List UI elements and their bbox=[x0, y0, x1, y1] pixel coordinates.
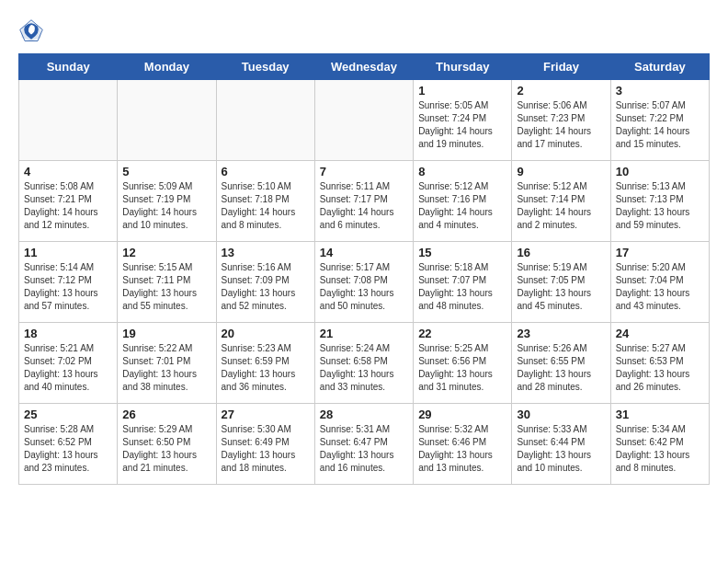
day-number: 5 bbox=[122, 165, 210, 178]
calendar-cell: 25Sunrise: 5:28 AM Sunset: 6:52 PM Dayli… bbox=[19, 404, 118, 485]
col-header-saturday: Saturday bbox=[610, 54, 709, 80]
day-number: 2 bbox=[517, 84, 605, 98]
day-number: 24 bbox=[616, 327, 704, 340]
col-header-monday: Monday bbox=[118, 54, 216, 80]
week-row-1: 1Sunrise: 5:05 AM Sunset: 7:24 PM Daylig… bbox=[19, 80, 710, 161]
calendar-table: SundayMondayTuesdayWednesdayThursdayFrid… bbox=[18, 53, 710, 485]
day-info: Sunrise: 5:17 AM Sunset: 7:08 PM Dayligh… bbox=[320, 261, 408, 313]
day-number: 26 bbox=[122, 408, 210, 421]
calendar-cell: 13Sunrise: 5:16 AM Sunset: 7:09 PM Dayli… bbox=[216, 242, 314, 323]
col-header-sunday: Sunday bbox=[19, 54, 118, 80]
calendar-cell: 6Sunrise: 5:10 AM Sunset: 7:18 PM Daylig… bbox=[216, 161, 314, 242]
calendar-cell: 27Sunrise: 5:30 AM Sunset: 6:49 PM Dayli… bbox=[216, 404, 314, 485]
day-number: 18 bbox=[24, 327, 112, 340]
day-info: Sunrise: 5:16 AM Sunset: 7:09 PM Dayligh… bbox=[222, 261, 310, 313]
calendar-cell: 7Sunrise: 5:11 AM Sunset: 7:17 PM Daylig… bbox=[314, 161, 413, 242]
day-number: 11 bbox=[24, 246, 112, 259]
week-row-5: 25Sunrise: 5:28 AM Sunset: 6:52 PM Dayli… bbox=[19, 404, 710, 485]
day-info: Sunrise: 5:15 AM Sunset: 7:11 PM Dayligh… bbox=[122, 261, 210, 313]
day-info: Sunrise: 5:09 AM Sunset: 7:19 PM Dayligh… bbox=[122, 180, 210, 232]
calendar-cell: 2Sunrise: 5:06 AM Sunset: 7:23 PM Daylig… bbox=[512, 80, 610, 161]
day-number: 9 bbox=[517, 165, 605, 178]
day-info: Sunrise: 5:19 AM Sunset: 7:05 PM Dayligh… bbox=[517, 261, 605, 313]
page-header bbox=[18, 18, 710, 44]
calendar-cell: 8Sunrise: 5:12 AM Sunset: 7:16 PM Daylig… bbox=[414, 161, 512, 242]
day-info: Sunrise: 5:27 AM Sunset: 6:53 PM Dayligh… bbox=[616, 342, 704, 394]
day-info: Sunrise: 5:29 AM Sunset: 6:50 PM Dayligh… bbox=[122, 423, 210, 475]
day-info: Sunrise: 5:30 AM Sunset: 6:49 PM Dayligh… bbox=[222, 423, 310, 475]
day-info: Sunrise: 5:25 AM Sunset: 6:56 PM Dayligh… bbox=[418, 342, 506, 394]
day-info: Sunrise: 5:22 AM Sunset: 7:01 PM Dayligh… bbox=[122, 342, 210, 394]
day-number: 31 bbox=[616, 408, 704, 421]
week-row-2: 4Sunrise: 5:08 AM Sunset: 7:21 PM Daylig… bbox=[19, 161, 710, 242]
calendar-cell: 23Sunrise: 5:26 AM Sunset: 6:55 PM Dayli… bbox=[512, 323, 610, 404]
day-number: 19 bbox=[122, 327, 210, 340]
calendar-cell bbox=[19, 80, 118, 161]
day-info: Sunrise: 5:32 AM Sunset: 6:46 PM Dayligh… bbox=[418, 423, 506, 475]
day-number: 22 bbox=[418, 327, 506, 340]
calendar-cell: 12Sunrise: 5:15 AM Sunset: 7:11 PM Dayli… bbox=[118, 242, 216, 323]
col-header-friday: Friday bbox=[512, 54, 610, 80]
day-number: 23 bbox=[517, 327, 605, 340]
day-info: Sunrise: 5:06 AM Sunset: 7:23 PM Dayligh… bbox=[517, 99, 605, 151]
week-row-4: 18Sunrise: 5:21 AM Sunset: 7:02 PM Dayli… bbox=[19, 323, 710, 404]
calendar-cell: 19Sunrise: 5:22 AM Sunset: 7:01 PM Dayli… bbox=[118, 323, 216, 404]
calendar-cell: 1Sunrise: 5:05 AM Sunset: 7:24 PM Daylig… bbox=[414, 80, 512, 161]
day-number: 4 bbox=[24, 165, 112, 178]
day-number: 21 bbox=[320, 327, 408, 340]
day-info: Sunrise: 5:34 AM Sunset: 6:42 PM Dayligh… bbox=[616, 423, 704, 475]
day-number: 25 bbox=[24, 408, 112, 421]
col-header-thursday: Thursday bbox=[414, 54, 512, 80]
day-number: 3 bbox=[616, 84, 704, 98]
day-info: Sunrise: 5:21 AM Sunset: 7:02 PM Dayligh… bbox=[24, 342, 112, 394]
calendar-cell: 24Sunrise: 5:27 AM Sunset: 6:53 PM Dayli… bbox=[610, 323, 709, 404]
day-info: Sunrise: 5:31 AM Sunset: 6:47 PM Dayligh… bbox=[320, 423, 408, 475]
day-info: Sunrise: 5:11 AM Sunset: 7:17 PM Dayligh… bbox=[320, 180, 408, 232]
calendar-cell: 14Sunrise: 5:17 AM Sunset: 7:08 PM Dayli… bbox=[314, 242, 413, 323]
day-number: 8 bbox=[418, 165, 506, 178]
day-info: Sunrise: 5:13 AM Sunset: 7:13 PM Dayligh… bbox=[616, 180, 704, 232]
logo bbox=[18, 18, 48, 44]
day-info: Sunrise: 5:28 AM Sunset: 6:52 PM Dayligh… bbox=[24, 423, 112, 475]
day-info: Sunrise: 5:12 AM Sunset: 7:14 PM Dayligh… bbox=[517, 180, 605, 232]
calendar-cell: 28Sunrise: 5:31 AM Sunset: 6:47 PM Dayli… bbox=[314, 404, 413, 485]
day-header-row: SundayMondayTuesdayWednesdayThursdayFrid… bbox=[19, 54, 710, 80]
day-number: 30 bbox=[517, 408, 605, 421]
day-info: Sunrise: 5:10 AM Sunset: 7:18 PM Dayligh… bbox=[222, 180, 310, 232]
day-number: 1 bbox=[418, 84, 506, 98]
calendar-cell: 4Sunrise: 5:08 AM Sunset: 7:21 PM Daylig… bbox=[19, 161, 118, 242]
day-info: Sunrise: 5:26 AM Sunset: 6:55 PM Dayligh… bbox=[517, 342, 605, 394]
day-info: Sunrise: 5:05 AM Sunset: 7:24 PM Dayligh… bbox=[418, 99, 506, 151]
calendar-cell bbox=[314, 80, 413, 161]
calendar-cell: 26Sunrise: 5:29 AM Sunset: 6:50 PM Dayli… bbox=[118, 404, 216, 485]
calendar-cell: 9Sunrise: 5:12 AM Sunset: 7:14 PM Daylig… bbox=[512, 161, 610, 242]
day-number: 12 bbox=[122, 246, 210, 259]
calendar-cell: 18Sunrise: 5:21 AM Sunset: 7:02 PM Dayli… bbox=[19, 323, 118, 404]
calendar-cell: 11Sunrise: 5:14 AM Sunset: 7:12 PM Dayli… bbox=[19, 242, 118, 323]
day-number: 28 bbox=[320, 408, 408, 421]
logo-icon bbox=[18, 18, 44, 44]
day-info: Sunrise: 5:08 AM Sunset: 7:21 PM Dayligh… bbox=[24, 180, 112, 232]
day-number: 10 bbox=[616, 165, 704, 178]
calendar-cell: 5Sunrise: 5:09 AM Sunset: 7:19 PM Daylig… bbox=[118, 161, 216, 242]
calendar-cell: 20Sunrise: 5:23 AM Sunset: 6:59 PM Dayli… bbox=[216, 323, 314, 404]
day-info: Sunrise: 5:33 AM Sunset: 6:44 PM Dayligh… bbox=[517, 423, 605, 475]
day-number: 14 bbox=[320, 246, 408, 259]
day-number: 17 bbox=[616, 246, 704, 259]
day-info: Sunrise: 5:18 AM Sunset: 7:07 PM Dayligh… bbox=[418, 261, 506, 313]
col-header-tuesday: Tuesday bbox=[216, 54, 314, 80]
calendar-cell: 3Sunrise: 5:07 AM Sunset: 7:22 PM Daylig… bbox=[610, 80, 709, 161]
calendar-cell: 15Sunrise: 5:18 AM Sunset: 7:07 PM Dayli… bbox=[414, 242, 512, 323]
day-number: 20 bbox=[222, 327, 310, 340]
calendar-cell: 16Sunrise: 5:19 AM Sunset: 7:05 PM Dayli… bbox=[512, 242, 610, 323]
day-info: Sunrise: 5:12 AM Sunset: 7:16 PM Dayligh… bbox=[418, 180, 506, 232]
calendar-cell: 30Sunrise: 5:33 AM Sunset: 6:44 PM Dayli… bbox=[512, 404, 610, 485]
day-info: Sunrise: 5:14 AM Sunset: 7:12 PM Dayligh… bbox=[24, 261, 112, 313]
day-info: Sunrise: 5:20 AM Sunset: 7:04 PM Dayligh… bbox=[616, 261, 704, 313]
calendar-cell: 22Sunrise: 5:25 AM Sunset: 6:56 PM Dayli… bbox=[414, 323, 512, 404]
day-number: 6 bbox=[222, 165, 310, 178]
day-info: Sunrise: 5:07 AM Sunset: 7:22 PM Dayligh… bbox=[616, 99, 704, 151]
week-row-3: 11Sunrise: 5:14 AM Sunset: 7:12 PM Dayli… bbox=[19, 242, 710, 323]
day-number: 13 bbox=[222, 246, 310, 259]
day-info: Sunrise: 5:24 AM Sunset: 6:58 PM Dayligh… bbox=[320, 342, 408, 394]
